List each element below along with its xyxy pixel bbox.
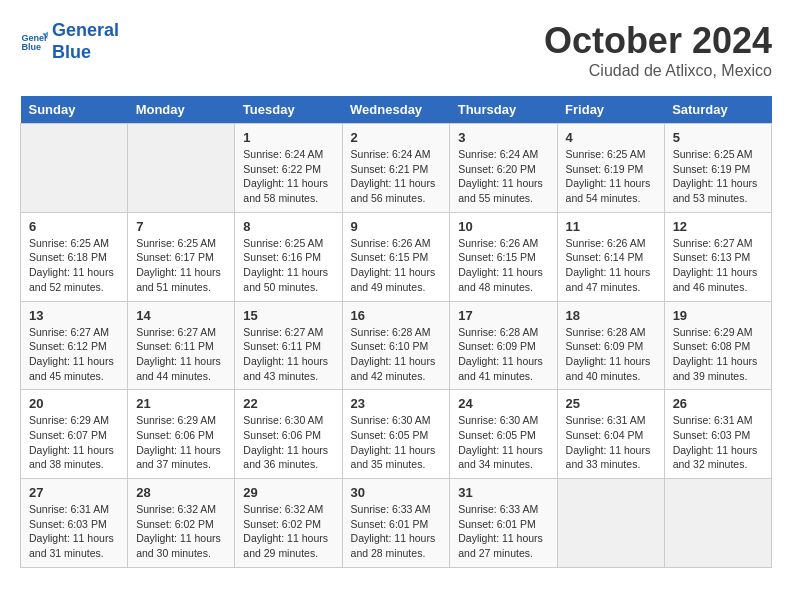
calendar-cell: 28Sunrise: 6:32 AM Sunset: 6:02 PM Dayli… <box>128 479 235 568</box>
calendar-cell: 4Sunrise: 6:25 AM Sunset: 6:19 PM Daylig… <box>557 124 664 213</box>
day-number: 11 <box>566 219 656 234</box>
day-number: 17 <box>458 308 548 323</box>
logo: General Blue General Blue <box>20 20 119 63</box>
calendar-cell: 20Sunrise: 6:29 AM Sunset: 6:07 PM Dayli… <box>21 390 128 479</box>
day-number: 28 <box>136 485 226 500</box>
calendar-cell: 30Sunrise: 6:33 AM Sunset: 6:01 PM Dayli… <box>342 479 450 568</box>
calendar-cell: 16Sunrise: 6:28 AM Sunset: 6:10 PM Dayli… <box>342 301 450 390</box>
day-info: Sunrise: 6:33 AM Sunset: 6:01 PM Dayligh… <box>458 502 548 561</box>
day-info: Sunrise: 6:29 AM Sunset: 6:07 PM Dayligh… <box>29 413 119 472</box>
day-number: 26 <box>673 396 763 411</box>
weekday-header-wednesday: Wednesday <box>342 96 450 124</box>
calendar-cell: 10Sunrise: 6:26 AM Sunset: 6:15 PM Dayli… <box>450 212 557 301</box>
calendar-week-row: 13Sunrise: 6:27 AM Sunset: 6:12 PM Dayli… <box>21 301 772 390</box>
day-number: 2 <box>351 130 442 145</box>
day-number: 12 <box>673 219 763 234</box>
day-number: 3 <box>458 130 548 145</box>
day-info: Sunrise: 6:24 AM Sunset: 6:20 PM Dayligh… <box>458 147 548 206</box>
day-info: Sunrise: 6:29 AM Sunset: 6:08 PM Dayligh… <box>673 325 763 384</box>
calendar-cell: 5Sunrise: 6:25 AM Sunset: 6:19 PM Daylig… <box>664 124 771 213</box>
calendar-week-row: 27Sunrise: 6:31 AM Sunset: 6:03 PM Dayli… <box>21 479 772 568</box>
month-title: October 2024 <box>544 20 772 62</box>
day-number: 6 <box>29 219 119 234</box>
calendar-cell: 2Sunrise: 6:24 AM Sunset: 6:21 PM Daylig… <box>342 124 450 213</box>
calendar-cell <box>128 124 235 213</box>
calendar-cell: 3Sunrise: 6:24 AM Sunset: 6:20 PM Daylig… <box>450 124 557 213</box>
day-number: 22 <box>243 396 333 411</box>
calendar-cell <box>664 479 771 568</box>
calendar-cell <box>21 124 128 213</box>
day-info: Sunrise: 6:28 AM Sunset: 6:09 PM Dayligh… <box>566 325 656 384</box>
day-info: Sunrise: 6:25 AM Sunset: 6:18 PM Dayligh… <box>29 236 119 295</box>
day-number: 19 <box>673 308 763 323</box>
day-number: 14 <box>136 308 226 323</box>
location: Ciudad de Atlixco, Mexico <box>544 62 772 80</box>
calendar-cell: 11Sunrise: 6:26 AM Sunset: 6:14 PM Dayli… <box>557 212 664 301</box>
day-info: Sunrise: 6:24 AM Sunset: 6:22 PM Dayligh… <box>243 147 333 206</box>
calendar-cell: 24Sunrise: 6:30 AM Sunset: 6:05 PM Dayli… <box>450 390 557 479</box>
svg-text:Blue: Blue <box>21 42 41 52</box>
day-number: 25 <box>566 396 656 411</box>
calendar-cell: 18Sunrise: 6:28 AM Sunset: 6:09 PM Dayli… <box>557 301 664 390</box>
day-number: 8 <box>243 219 333 234</box>
day-number: 18 <box>566 308 656 323</box>
calendar-week-row: 1Sunrise: 6:24 AM Sunset: 6:22 PM Daylig… <box>21 124 772 213</box>
day-info: Sunrise: 6:27 AM Sunset: 6:13 PM Dayligh… <box>673 236 763 295</box>
calendar-cell: 9Sunrise: 6:26 AM Sunset: 6:15 PM Daylig… <box>342 212 450 301</box>
title-section: October 2024 Ciudad de Atlixco, Mexico <box>544 20 772 80</box>
day-info: Sunrise: 6:27 AM Sunset: 6:11 PM Dayligh… <box>136 325 226 384</box>
calendar-cell: 7Sunrise: 6:25 AM Sunset: 6:17 PM Daylig… <box>128 212 235 301</box>
day-number: 10 <box>458 219 548 234</box>
day-info: Sunrise: 6:30 AM Sunset: 6:06 PM Dayligh… <box>243 413 333 472</box>
calendar-week-row: 6Sunrise: 6:25 AM Sunset: 6:18 PM Daylig… <box>21 212 772 301</box>
day-info: Sunrise: 6:26 AM Sunset: 6:14 PM Dayligh… <box>566 236 656 295</box>
calendar-cell: 22Sunrise: 6:30 AM Sunset: 6:06 PM Dayli… <box>235 390 342 479</box>
day-info: Sunrise: 6:26 AM Sunset: 6:15 PM Dayligh… <box>458 236 548 295</box>
day-number: 30 <box>351 485 442 500</box>
page-header: General Blue General Blue October 2024 C… <box>20 20 772 80</box>
day-info: Sunrise: 6:30 AM Sunset: 6:05 PM Dayligh… <box>351 413 442 472</box>
day-number: 9 <box>351 219 442 234</box>
day-number: 29 <box>243 485 333 500</box>
day-info: Sunrise: 6:25 AM Sunset: 6:17 PM Dayligh… <box>136 236 226 295</box>
day-number: 21 <box>136 396 226 411</box>
calendar-cell: 12Sunrise: 6:27 AM Sunset: 6:13 PM Dayli… <box>664 212 771 301</box>
day-info: Sunrise: 6:26 AM Sunset: 6:15 PM Dayligh… <box>351 236 442 295</box>
calendar-cell: 23Sunrise: 6:30 AM Sunset: 6:05 PM Dayli… <box>342 390 450 479</box>
weekday-header-row: SundayMondayTuesdayWednesdayThursdayFrid… <box>21 96 772 124</box>
day-number: 24 <box>458 396 548 411</box>
day-info: Sunrise: 6:27 AM Sunset: 6:11 PM Dayligh… <box>243 325 333 384</box>
day-info: Sunrise: 6:24 AM Sunset: 6:21 PM Dayligh… <box>351 147 442 206</box>
day-number: 5 <box>673 130 763 145</box>
weekday-header-tuesday: Tuesday <box>235 96 342 124</box>
weekday-header-sunday: Sunday <box>21 96 128 124</box>
day-info: Sunrise: 6:28 AM Sunset: 6:10 PM Dayligh… <box>351 325 442 384</box>
calendar-cell: 21Sunrise: 6:29 AM Sunset: 6:06 PM Dayli… <box>128 390 235 479</box>
day-info: Sunrise: 6:30 AM Sunset: 6:05 PM Dayligh… <box>458 413 548 472</box>
calendar-table: SundayMondayTuesdayWednesdayThursdayFrid… <box>20 96 772 568</box>
day-info: Sunrise: 6:25 AM Sunset: 6:16 PM Dayligh… <box>243 236 333 295</box>
day-info: Sunrise: 6:32 AM Sunset: 6:02 PM Dayligh… <box>243 502 333 561</box>
day-info: Sunrise: 6:29 AM Sunset: 6:06 PM Dayligh… <box>136 413 226 472</box>
calendar-cell <box>557 479 664 568</box>
calendar-cell: 29Sunrise: 6:32 AM Sunset: 6:02 PM Dayli… <box>235 479 342 568</box>
calendar-cell: 31Sunrise: 6:33 AM Sunset: 6:01 PM Dayli… <box>450 479 557 568</box>
calendar-cell: 26Sunrise: 6:31 AM Sunset: 6:03 PM Dayli… <box>664 390 771 479</box>
day-number: 16 <box>351 308 442 323</box>
calendar-cell: 13Sunrise: 6:27 AM Sunset: 6:12 PM Dayli… <box>21 301 128 390</box>
day-info: Sunrise: 6:31 AM Sunset: 6:03 PM Dayligh… <box>673 413 763 472</box>
weekday-header-monday: Monday <box>128 96 235 124</box>
day-info: Sunrise: 6:27 AM Sunset: 6:12 PM Dayligh… <box>29 325 119 384</box>
day-info: Sunrise: 6:31 AM Sunset: 6:03 PM Dayligh… <box>29 502 119 561</box>
day-number: 1 <box>243 130 333 145</box>
day-number: 31 <box>458 485 548 500</box>
day-number: 4 <box>566 130 656 145</box>
calendar-cell: 15Sunrise: 6:27 AM Sunset: 6:11 PM Dayli… <box>235 301 342 390</box>
weekday-header-thursday: Thursday <box>450 96 557 124</box>
day-info: Sunrise: 6:25 AM Sunset: 6:19 PM Dayligh… <box>566 147 656 206</box>
day-info: Sunrise: 6:33 AM Sunset: 6:01 PM Dayligh… <box>351 502 442 561</box>
weekday-header-friday: Friday <box>557 96 664 124</box>
calendar-cell: 8Sunrise: 6:25 AM Sunset: 6:16 PM Daylig… <box>235 212 342 301</box>
day-number: 20 <box>29 396 119 411</box>
calendar-cell: 17Sunrise: 6:28 AM Sunset: 6:09 PM Dayli… <box>450 301 557 390</box>
